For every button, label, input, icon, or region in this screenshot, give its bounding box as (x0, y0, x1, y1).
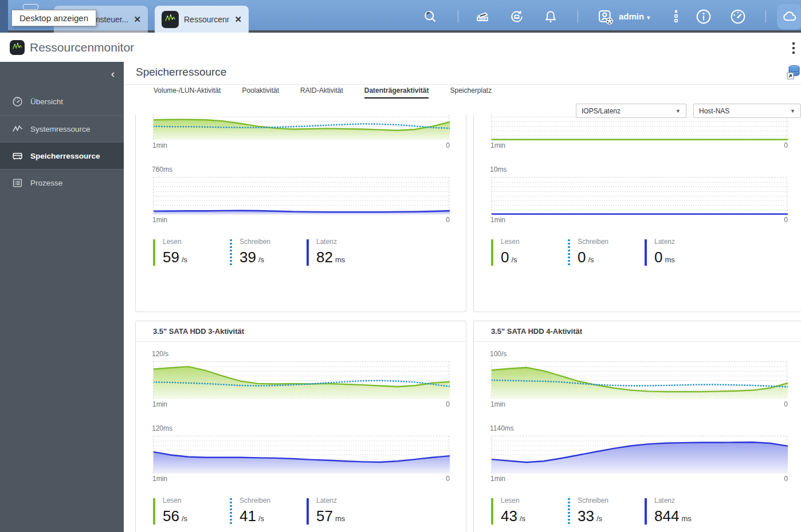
stat-read: Lesen 59/s (153, 238, 230, 266)
dashboard-gauge-icon[interactable] (729, 7, 745, 23)
process-list-icon (12, 178, 23, 188)
sidebar-item-label: Übersicht (30, 97, 63, 106)
stat-value: 59/s (163, 249, 187, 266)
latency-legend-bar (307, 498, 309, 525)
info-icon[interactable] (694, 7, 710, 23)
iops-chart-axis: 1min 0 (152, 400, 450, 408)
storage-manager-shortcut-icon[interactable] (784, 63, 801, 80)
user-name: admin (619, 11, 644, 21)
stat-unit: ms (681, 514, 691, 523)
stat-unit: ms (335, 255, 345, 264)
stat-unit: /s (182, 255, 187, 264)
stat-unit: ms (335, 514, 345, 523)
axis-right-label: 0 (784, 141, 788, 149)
top-bar-left-edge (0, 0, 8, 33)
stat-write: Schreiben 41/s (230, 496, 307, 525)
stat-latency: Latenz 0ms (645, 238, 721, 266)
top-bar-separator (765, 10, 766, 23)
svg-text:★: ★ (608, 18, 611, 23)
sidebar-item-processes[interactable]: Prozesse (0, 169, 124, 196)
top-bar-separator (578, 10, 578, 23)
latency-scale-label: 1140ms (490, 424, 514, 432)
close-icon[interactable]: ✕ (134, 15, 141, 23)
close-icon[interactable]: ✕ (234, 15, 242, 23)
stat-value: 33/s (578, 507, 608, 525)
host-select-value: Host-NAS (699, 107, 729, 115)
chevron-down-icon: ▾ (647, 14, 650, 21)
stat-unit: /s (588, 255, 594, 264)
sidebar-item-label: Systemressource (30, 125, 90, 133)
notifications-bell-icon[interactable] (543, 9, 559, 25)
write-legend-bar (230, 239, 232, 266)
show-desktop-button[interactable] (23, 4, 38, 10)
stat-unit: ms (665, 255, 674, 264)
search-icon[interactable] (422, 9, 438, 25)
tab-pool-activity[interactable]: Poolaktivität (242, 86, 279, 98)
stat-write: Schreiben 0/s (568, 238, 645, 266)
axis-right-label: 0 (784, 216, 788, 224)
latency-chart (491, 177, 787, 214)
chevron-down-icon: ▼ (790, 108, 795, 114)
sidebar-collapse-icon[interactable]: ‹ (111, 68, 115, 80)
disk-drive-icon (12, 151, 23, 161)
resource-monitor-icon (10, 40, 25, 55)
sidebar-item-overview[interactable]: Übersicht (0, 88, 124, 115)
latency-scale-label: 10ms (490, 165, 506, 174)
read-legend-bar (153, 498, 155, 525)
tab-disk-activity[interactable]: Datenträgeraktivität (364, 86, 429, 98)
iops-chart-axis: 1min 0 (152, 141, 450, 149)
card-title: 3.5" SATA HDD 4-Aktivität (474, 321, 801, 342)
tab-storage-space[interactable]: Speicherplatz (450, 86, 492, 98)
user-menu[interactable]: admin▾ (619, 11, 650, 21)
metric-select-value: IOPS/Latenz (582, 107, 621, 115)
tab-volume-lun-activity[interactable]: Volume-/LUN-Aktivität (154, 86, 221, 98)
stat-value: 43/s (501, 507, 525, 525)
stat-value: 57ms (316, 507, 345, 525)
axis-left-label: 1min (490, 141, 505, 149)
top-bar-separator (458, 10, 458, 23)
sidebar-item-system-resource[interactable]: Systemressource (0, 115, 124, 142)
sidebar-item-label: Speicherressource (30, 152, 100, 160)
stat-label: Latenz (654, 496, 692, 505)
stat-label: Schreiben (239, 496, 270, 505)
user-avatar-icon[interactable]: ★ (596, 7, 612, 23)
stat-unit: /s (511, 255, 517, 264)
myqnapcloud-icon[interactable] (777, 4, 801, 29)
disk-activity-card: 3.5" SATA HDD 4-Aktivität 100/s 1min 0 1… (473, 321, 801, 532)
disk-card-grid: 1min 0 760ms 1min 0 Lesen 59/s Schreiben… (135, 115, 801, 532)
stat-value: 56/s (163, 507, 187, 525)
latency-chart-axis: 1min 0 (490, 216, 788, 224)
stat-value: 0ms (654, 249, 675, 266)
stat-latency: Latenz 844ms (645, 496, 721, 525)
stat-label: Schreiben (578, 238, 608, 246)
app-menu-kebab-icon[interactable] (790, 41, 798, 55)
axis-right-label: 0 (446, 216, 450, 224)
background-tasks-icon[interactable] (474, 9, 490, 25)
iops-chart (491, 361, 787, 399)
host-select[interactable]: Host-NAS ▼ (693, 104, 801, 118)
latency-legend-bar (307, 239, 309, 266)
more-options-icon[interactable] (669, 9, 685, 25)
write-legend-bar (568, 239, 570, 266)
stat-unit: /s (182, 514, 187, 523)
window-tab-ressourcenmonitor[interactable]: Ressourcenm... ✕ (155, 6, 249, 33)
stat-read: Lesen 0/s (491, 238, 568, 266)
stat-unit: /s (258, 255, 264, 264)
stats-row: Lesen 59/s Schreiben 39/s Latenz 82ms (153, 238, 383, 266)
stat-latency: Latenz 57ms (307, 496, 383, 525)
sidebar-item-storage-resource[interactable]: Speicherressource (0, 142, 124, 169)
tab-raid-activity[interactable]: RAID-Aktivität (300, 86, 343, 98)
header-divider (124, 84, 801, 85)
stat-label: Lesen (501, 238, 520, 246)
axis-right-label: 0 (446, 475, 450, 483)
metric-select[interactable]: IOPS/Latenz ▼ (576, 104, 686, 118)
charts-scroll-area[interactable]: 1min 0 760ms 1min 0 Lesen 59/s Schreiben… (124, 115, 801, 532)
page-title: Speicherressource (136, 66, 226, 78)
write-legend-bar (568, 498, 570, 525)
sync-icon[interactable] (509, 9, 525, 25)
stat-label: Latenz (316, 238, 345, 246)
stat-label: Lesen (163, 496, 187, 505)
latency-chart-axis: 1min 0 (152, 475, 450, 483)
stat-unit: /s (520, 514, 525, 523)
latency-scale-label: 760ms (152, 165, 172, 174)
